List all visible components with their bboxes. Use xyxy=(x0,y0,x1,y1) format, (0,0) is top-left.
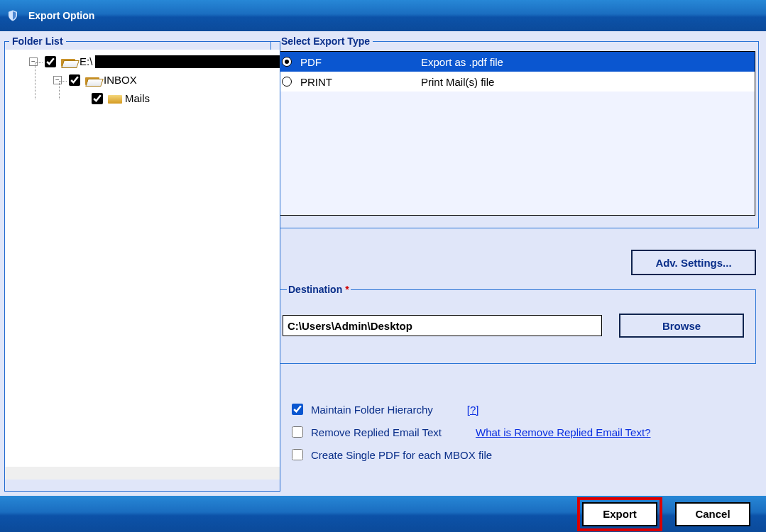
tree-label-inbox: INBOX xyxy=(104,71,137,89)
tree-checkbox-mails[interactable] xyxy=(92,93,103,104)
folder-tree[interactable]: − E:\ − xyxy=(5,50,280,480)
option-maintain-hierarchy[interactable]: Maintain Folder Hierarchy [?] xyxy=(289,398,759,421)
maintain-hierarchy-label: Maintain Folder Hierarchy xyxy=(311,404,433,416)
export-type-desc: Export as .pdf file xyxy=(421,56,752,68)
folder-list-pane: Folder List − E:\ xyxy=(0,31,266,496)
remove-replied-help-link[interactable]: What is Remove Replied Email Text? xyxy=(476,426,651,438)
tree-node-root[interactable]: − E:\ xyxy=(29,52,280,71)
folder-list-fieldset: Folder List − E:\ xyxy=(4,35,280,492)
radio-icon[interactable] xyxy=(282,77,292,87)
folder-icon xyxy=(108,94,122,104)
single-pdf-checkbox[interactable] xyxy=(292,449,303,460)
scroll-thumb[interactable] xyxy=(19,468,253,478)
cancel-button[interactable]: Cancel xyxy=(675,502,750,526)
folder-open-icon xyxy=(85,75,101,85)
tree-label-mails: Mails xyxy=(125,89,150,108)
destination-input[interactable] xyxy=(283,315,602,336)
required-asterisk: * xyxy=(345,284,349,295)
redacted-path xyxy=(95,55,280,68)
folder-list-legend: Folder List xyxy=(9,35,66,47)
scroll-right-icon[interactable]: ▸ xyxy=(267,467,280,480)
destination-legend-text: Destination xyxy=(288,284,342,295)
export-highlight: Export xyxy=(577,497,662,531)
folder-open-icon xyxy=(61,57,77,67)
remove-replied-checkbox[interactable] xyxy=(292,426,303,438)
export-type-fieldset: Select Export Type PDF Export as .pdf fi… xyxy=(270,35,759,228)
adv-settings-button[interactable]: Adv. Settings... xyxy=(631,250,756,275)
option-single-pdf[interactable]: Create Single PDF for each MBOX file xyxy=(289,443,759,466)
horizontal-scrollbar[interactable]: ◂ ▸ xyxy=(5,467,280,480)
option-remove-replied[interactable]: Remove Replied Email Text What is Remove… xyxy=(289,421,759,443)
content-area: Folder List − E:\ xyxy=(0,31,766,496)
tree-node-mails[interactable]: Mails xyxy=(77,89,280,108)
single-pdf-label: Create Single PDF for each MBOX file xyxy=(311,449,492,461)
right-pane: Select Export Type PDF Export as .pdf fi… xyxy=(266,31,766,496)
tree-node-inbox[interactable]: − INBOX xyxy=(53,71,280,89)
tree-checkbox-root[interactable] xyxy=(45,56,56,67)
tree-label-root-prefix: E:\ xyxy=(80,52,92,71)
export-type-row-print[interactable]: PRINT Print Mail(s) file xyxy=(275,72,755,92)
destination-fieldset: Destination * Browse xyxy=(270,284,756,364)
export-type-desc: Print Mail(s) file xyxy=(421,76,752,88)
maintain-hierarchy-checkbox[interactable] xyxy=(292,404,303,415)
options-block: Maintain Folder Hierarchy [?] Remove Rep… xyxy=(289,398,759,466)
title-bar: Export Option xyxy=(0,0,766,31)
bottom-bar: Export Cancel xyxy=(0,496,766,532)
export-type-row-pdf[interactable]: PDF Export as .pdf file xyxy=(275,52,755,72)
radio-icon[interactable] xyxy=(282,57,292,67)
maintain-hierarchy-help-link[interactable]: [?] xyxy=(467,404,479,416)
tree-checkbox-inbox[interactable] xyxy=(69,74,80,86)
export-type-legend: Select Export Type xyxy=(278,35,373,47)
remove-replied-label: Remove Replied Email Text xyxy=(311,426,442,438)
browse-button[interactable]: Browse xyxy=(619,314,744,338)
export-button[interactable]: Export xyxy=(582,502,657,526)
adv-settings-row: Adv. Settings... xyxy=(270,250,756,275)
export-type-list[interactable]: PDF Export as .pdf file PRINT Print Mail… xyxy=(274,51,755,216)
export-type-code: PRINT xyxy=(300,76,421,88)
export-type-code: PDF xyxy=(300,56,421,68)
scroll-left-icon[interactable]: ◂ xyxy=(5,467,18,480)
window-title: Export Option xyxy=(28,10,94,21)
destination-legend: Destination * xyxy=(287,284,351,295)
shield-icon xyxy=(6,9,20,23)
